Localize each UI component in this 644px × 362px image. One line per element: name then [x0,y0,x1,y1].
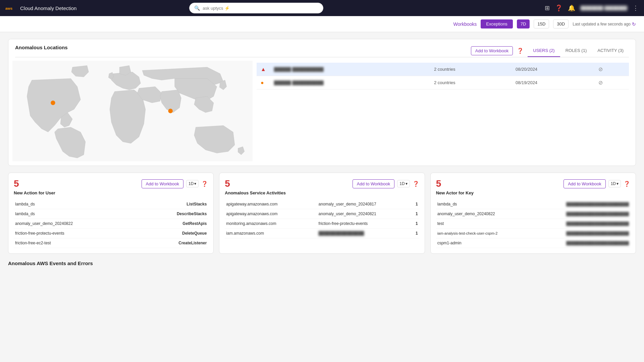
new-action-user-card: 5 Add to Workbook 1D ▾ ❓ New Action for … [8,173,214,254]
card-1-actions: Add to Workbook 1D ▾ ❓ [142,179,208,188]
list-item: lambda_ds ████████████████████████ [436,199,630,209]
chevron-down-icon: ▾ [616,181,619,186]
list-item: iam-analysis-test-check-user-cspm-2 ████… [436,229,630,238]
card-2-count: 5 [225,178,230,189]
last-updated-text: Last updated a few seconds ago ↻ [573,21,636,27]
card-2-table: apigateway.amazonaws.com anomaly_user_de… [225,199,419,238]
bottom-cards: 5 Add to Workbook 1D ▾ ❓ New Action for … [8,173,636,254]
users-table-area: ▲ ██████ ███████████ 2 countries 08/20/2… [257,57,636,166]
workbooks-link[interactable]: Workbooks [453,21,477,27]
card-2-actions: Add to Workbook 1D ▾ ❓ [353,179,419,188]
date-2: 08/19/2024 [512,76,594,89]
main-content: Anomalous Locations Add to Workbook ❓ US… [0,32,644,277]
aws-events-title: Anomalous AWS Events and Errors [8,260,636,266]
new-actor-key-card: 5 Add to Workbook 1D ▾ ❓ New Actor for K… [430,173,636,254]
aws-logo: aws [5,5,16,11]
severity-circle-icon: ● [261,80,264,85]
tab-activity[interactable]: ACTIVITY (3) [592,45,629,57]
world-map-svg [12,61,253,161]
card-1-header: 5 Add to Workbook 1D ▾ ❓ [14,178,208,189]
locations-actions: Add to Workbook ❓ USERS (2) ROLES (1) AC… [471,45,629,57]
search-bar[interactable]: 🔍 [189,3,323,13]
locations-title: Anomalous Locations [15,45,471,50]
card-3-header: 5 Add to Workbook 1D ▾ ❓ [436,178,630,189]
card-3-count: 5 [436,178,441,189]
help-icon-card2[interactable]: ❓ [413,181,419,187]
list-item: iam.amazonaws.com ████████████████ 1 [225,229,419,238]
world-map-area [8,57,257,166]
bell-icon[interactable]: 🔔 [568,4,575,12]
map-point-us [51,101,55,105]
help-icon[interactable]: ❓ [555,4,562,12]
card-1-title: New Action for User [14,190,208,195]
table-row[interactable]: ▲ ██████ ███████████ 2 countries 08/20/2… [257,63,629,76]
add-workbook-button-card2[interactable]: Add to Workbook [353,179,394,188]
navigate-icon-2[interactable]: ⊘ [598,80,603,85]
table-row[interactable]: ● ██████ ███████████ 2 countries 08/19/2… [257,76,629,89]
anomalous-service-card: 5 Add to Workbook 1D ▾ ❓ Anomalous Servi… [219,173,425,254]
locations-body: ▲ ██████ ███████████ 2 countries 08/20/2… [8,57,636,166]
period-select-card2[interactable]: 1D ▾ [397,180,410,187]
card-1-table: lambda_ds ListStacks lambda_ds DescribeS… [14,199,208,248]
search-icon: 🔍 [194,5,200,11]
anomaly-table: ▲ ██████ ███████████ 2 countries 08/20/2… [257,63,629,89]
locations-header: Anomalous Locations Add to Workbook ❓ US… [8,39,636,57]
sub-navigation: Workbooks Exceptions 7D 15D 30D Last upd… [0,16,644,32]
severity-triangle-icon: ▲ [261,66,266,72]
top-navigation: aws Cloud Anomaly Detection 🔍 ⊞ ❓ 🔔 ████… [0,0,644,16]
list-item: test ████████████████████████ [436,219,630,229]
period-15d-button[interactable]: 15D [534,19,549,28]
exceptions-button[interactable]: Exceptions [481,19,513,28]
locations-tabs: USERS (2) ROLES (1) ACTIVITY (3) [528,45,629,57]
help-icon-card1[interactable]: ❓ [201,181,208,187]
list-item: apigateway.amazonaws.com anomaly_user_de… [225,199,419,209]
chevron-down-icon: ▾ [194,181,196,186]
tab-roles[interactable]: ROLES (1) [560,45,592,57]
svg-text:aws: aws [5,6,12,10]
list-item: anomaly_user_demo_20240822 █████████████… [436,209,630,219]
help-icon-locations[interactable]: ❓ [517,48,524,54]
countries-1: 2 countries [430,63,512,76]
map-point-india [168,109,173,113]
card-3-actions: Add to Workbook 1D ▾ ❓ [564,179,630,188]
list-item: cspm1-admin ████████████████████████ [436,238,630,248]
tab-users[interactable]: USERS (2) [528,45,560,57]
list-item: anomaly_user_demo_20240822 GetRestApis [14,219,208,229]
card-1-count: 5 [14,178,19,189]
nav-actions: ⊞ ❓ 🔔 ████████ ████████ ⋮ [545,4,639,12]
card-3-table: lambda_ds ████████████████████████ anoma… [436,199,630,248]
user-display[interactable]: ████████ ████████ [581,6,627,10]
list-item: friction-free-protectu-events DeleteQueu… [14,229,208,238]
anomalous-locations-card: Anomalous Locations Add to Workbook ❓ US… [8,39,636,166]
refresh-icon[interactable]: ↻ [632,21,636,27]
help-icon-card3[interactable]: ❓ [624,181,630,187]
card-2-title: Anomalous Service Activities [225,190,419,195]
list-item: monitoring.amazonaws.com friction-free-p… [225,219,419,229]
countries-2: 2 countries [430,76,512,89]
list-item: friction-free-ec2-test CreateListener [14,238,208,248]
list-item: apigateway.amazonaws.com anomaly_user_de… [225,209,419,219]
app-title: Cloud Anomaly Detection [20,5,76,11]
user-name-2: ██████ ███████████ [274,80,324,85]
add-workbook-button-card3[interactable]: Add to Workbook [564,179,605,188]
list-item: lambda_ds ListStacks [14,199,208,209]
navigate-icon-1[interactable]: ⊘ [598,66,603,72]
period-select-card1[interactable]: 1D ▾ [186,180,199,187]
grid-icon[interactable]: ⊞ [545,4,550,12]
date-1: 08/20/2024 [512,63,594,76]
menu-icon[interactable]: ⋮ [633,4,639,12]
card-3-title: New Actor for Key [436,190,630,195]
chevron-down-icon: ▾ [406,181,408,186]
search-input[interactable] [203,6,318,11]
user-name-1: ██████ ███████████ [274,67,324,72]
period-7d-button[interactable]: 7D [517,19,530,28]
card-2-header: 5 Add to Workbook 1D ▾ ❓ [225,178,419,189]
add-workbook-button-card1[interactable]: Add to Workbook [142,179,183,188]
period-select-card3[interactable]: 1D ▾ [608,180,621,187]
add-workbook-button-locations[interactable]: Add to Workbook [471,46,513,55]
period-30d-button[interactable]: 30D [553,19,569,28]
list-item: lambda_ds DescribeStacks [14,209,208,219]
